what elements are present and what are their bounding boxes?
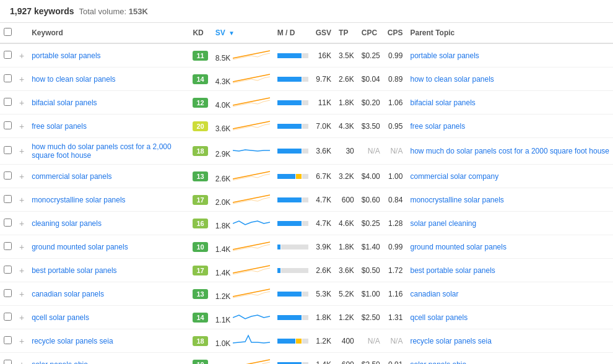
row-checkbox-cell[interactable] xyxy=(0,67,15,91)
row-checkbox-cell[interactable] xyxy=(0,91,15,115)
row-add-cell[interactable]: + xyxy=(15,165,28,188)
row-checkbox-cell[interactable] xyxy=(0,138,15,165)
page-header: 1,927 keywords Total volume: 153K xyxy=(0,0,613,23)
add-icon[interactable]: + xyxy=(19,313,24,323)
row-checkbox[interactable] xyxy=(4,336,12,344)
parent-topic-link[interactable]: how to clean solar panels xyxy=(410,75,493,84)
col-keyword-header[interactable]: Keyword xyxy=(28,23,189,43)
col-kd-header[interactable]: KD xyxy=(189,23,211,43)
parent-topic-link[interactable]: how much do solar panels cost for a 2000… xyxy=(410,147,609,155)
keyword-link[interactable]: portable solar panels xyxy=(32,51,100,60)
col-cpc-header[interactable]: CPC xyxy=(358,23,384,43)
traffic-bar xyxy=(277,315,308,320)
row-add-cell[interactable]: + xyxy=(15,259,28,282)
keyword-link[interactable]: best portable solar panels xyxy=(32,266,116,275)
row-checkbox[interactable] xyxy=(4,313,12,321)
row-checkbox[interactable] xyxy=(4,74,12,82)
row-add-cell[interactable]: + xyxy=(15,329,28,353)
keyword-cell: bifacial solar panels xyxy=(28,91,189,115)
parent-topic-link[interactable]: portable solar panels xyxy=(410,51,479,60)
keyword-link[interactable]: monocrystalline solar panels xyxy=(32,196,125,204)
add-icon[interactable]: + xyxy=(19,74,24,84)
col-sv-header[interactable]: SV ▼ xyxy=(212,23,274,43)
row-add-cell[interactable]: + xyxy=(15,138,28,165)
row-checkbox-cell[interactable] xyxy=(0,235,15,259)
keyword-link[interactable]: recycle solar panels seia xyxy=(32,337,113,345)
select-all-header[interactable] xyxy=(0,23,15,43)
parent-topic-link[interactable]: solar panel cleaning xyxy=(410,219,476,228)
add-icon[interactable]: + xyxy=(19,171,24,181)
keyword-link[interactable]: commercial solar panels xyxy=(32,172,111,181)
row-checkbox[interactable] xyxy=(4,266,12,274)
col-cps-header[interactable]: CPS xyxy=(384,23,407,43)
row-add-cell[interactable]: + xyxy=(15,235,28,259)
keyword-link[interactable]: how much do solar panels cost for a 2,00… xyxy=(32,142,171,160)
keyword-link[interactable]: solar panels ohio xyxy=(32,360,88,365)
row-checkbox[interactable] xyxy=(4,98,12,106)
parent-topic-link[interactable]: recycle solar panels seia xyxy=(410,337,491,345)
row-add-cell[interactable]: + xyxy=(15,115,28,138)
col-md-header[interactable]: M / D xyxy=(274,23,312,43)
keyword-link[interactable]: free solar panels xyxy=(32,122,87,131)
row-checkbox-cell[interactable] xyxy=(0,212,15,235)
row-checkbox-cell[interactable] xyxy=(0,329,15,353)
parent-topic-link[interactable]: solar panels ohio xyxy=(410,360,466,365)
add-icon[interactable]: + xyxy=(19,336,24,346)
gsv-cell: 3.6K xyxy=(312,138,335,165)
parent-topic-link[interactable]: canadian solar xyxy=(410,290,458,298)
parent-topic-link[interactable]: best portable solar panels xyxy=(410,266,495,275)
col-parent-topic-header[interactable]: Parent Topic xyxy=(406,23,613,43)
add-icon[interactable]: + xyxy=(19,242,24,252)
row-checkbox[interactable] xyxy=(4,219,12,227)
parent-topic-link[interactable]: ground mounted solar panels xyxy=(410,243,506,251)
add-icon[interactable]: + xyxy=(19,219,24,228)
row-add-cell[interactable]: + xyxy=(15,91,28,115)
row-checkbox-cell[interactable] xyxy=(0,282,15,306)
row-checkbox-cell[interactable] xyxy=(0,353,15,365)
parent-topic-link[interactable]: monocrystalline solar panels xyxy=(410,196,503,204)
keyword-link[interactable]: bifacial solar panels xyxy=(32,98,97,107)
add-icon[interactable]: + xyxy=(19,146,24,156)
row-add-cell[interactable]: + xyxy=(15,282,28,306)
row-add-cell[interactable]: + xyxy=(15,43,28,67)
add-icon[interactable]: + xyxy=(19,121,24,131)
row-checkbox-cell[interactable] xyxy=(0,115,15,138)
keyword-link[interactable]: ground mounted solar panels xyxy=(32,243,128,251)
keyword-link[interactable]: canadian solar panels xyxy=(32,290,104,298)
add-icon[interactable]: + xyxy=(19,266,24,275)
col-gsv-header[interactable]: GSV xyxy=(312,23,335,43)
keyword-link[interactable]: cleaning solar panels xyxy=(32,219,102,228)
row-add-cell[interactable]: + xyxy=(15,306,28,329)
row-checkbox-cell[interactable] xyxy=(0,259,15,282)
row-checkbox[interactable] xyxy=(4,242,12,250)
keyword-link[interactable]: how to clean solar panels xyxy=(32,75,115,84)
add-icon[interactable]: + xyxy=(19,98,24,108)
row-checkbox[interactable] xyxy=(4,195,12,203)
row-checkbox-cell[interactable] xyxy=(0,165,15,188)
select-all-checkbox[interactable] xyxy=(4,28,12,36)
row-checkbox-cell[interactable] xyxy=(0,43,15,67)
row-checkbox-cell[interactable] xyxy=(0,188,15,212)
add-icon[interactable]: + xyxy=(19,289,24,299)
parent-topic-link[interactable]: bifacial solar panels xyxy=(410,98,475,107)
parent-topic-link[interactable]: commercial solar company xyxy=(410,172,498,181)
keyword-link[interactable]: qcell solar panels xyxy=(32,313,89,322)
row-add-cell[interactable]: + xyxy=(15,212,28,235)
add-icon[interactable]: + xyxy=(19,51,24,61)
row-checkbox[interactable] xyxy=(4,360,12,365)
row-add-cell[interactable]: + xyxy=(15,188,28,212)
row-checkbox[interactable] xyxy=(4,171,12,180)
row-checkbox-cell[interactable] xyxy=(0,306,15,329)
row-checkbox[interactable] xyxy=(4,121,12,129)
parent-topic-link[interactable]: free solar panels xyxy=(410,122,465,131)
add-icon[interactable]: + xyxy=(19,195,24,205)
row-checkbox[interactable] xyxy=(4,289,12,297)
add-icon[interactable]: + xyxy=(19,360,24,365)
row-add-cell[interactable]: + xyxy=(15,67,28,91)
row-add-cell[interactable]: + xyxy=(15,353,28,365)
parent-topic-link[interactable]: qcell solar panels xyxy=(410,313,467,322)
row-checkbox[interactable] xyxy=(4,51,12,59)
col-tp-header[interactable]: TP xyxy=(335,23,358,43)
row-checkbox[interactable] xyxy=(4,146,12,154)
sv-cell: 2.9K xyxy=(212,138,274,165)
